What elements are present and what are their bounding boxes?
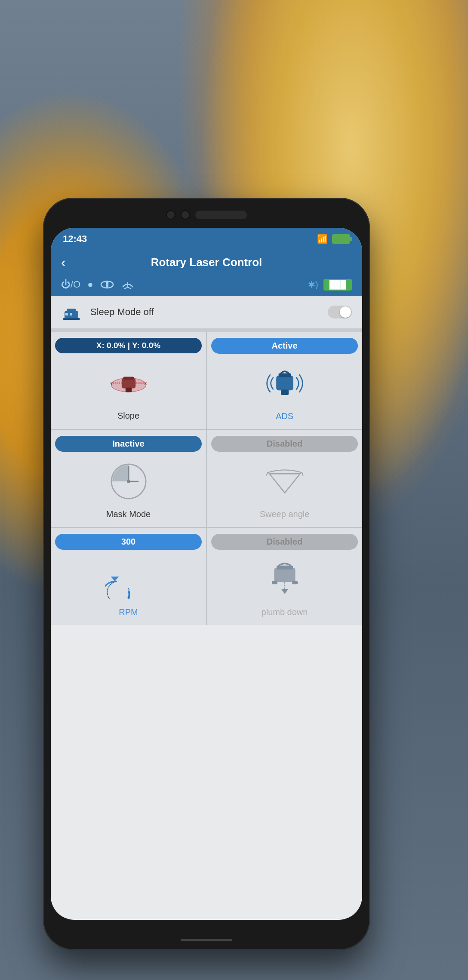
status-right-icons: 📶 <box>317 234 350 244</box>
mask-mode-badge: Inactive <box>55 436 202 452</box>
phone-screen: 12:43 📶 ‹ Rotary Laser Control ⏻/O ● <box>51 228 362 920</box>
plumb-badge: Disabled <box>211 534 358 550</box>
plumb-down-label: plumb down <box>262 607 308 617</box>
rpm-cell[interactable]: 300 RPM <box>51 528 206 625</box>
slope-label: Slope <box>117 411 139 421</box>
rpm-icon <box>105 556 152 603</box>
svg-rect-11 <box>123 377 134 380</box>
svg-marker-29 <box>281 589 288 594</box>
plumb-down-cell[interactable]: Disabled <box>207 528 362 625</box>
dot-icon[interactable]: ● <box>87 279 93 290</box>
sleep-mode-label: Sleep Mode off <box>90 306 319 318</box>
bluetooth-icon: ✱) <box>308 279 318 290</box>
toggle-knob <box>340 306 351 318</box>
slope-icon: Y X <box>105 359 152 407</box>
toolbar-right: ✱) ███ <box>308 279 352 291</box>
status-bar: 12:43 📶 <box>51 228 362 250</box>
svg-rect-6 <box>63 318 80 320</box>
sweep-angle-label: Sweep angle <box>260 509 310 519</box>
battery-green-indicator: ███ <box>323 279 352 291</box>
mask-mode-cell[interactable]: Inactive Mask Mode <box>51 430 206 527</box>
rpm-label: RPM <box>119 607 138 617</box>
sweep-badge: Disabled <box>211 436 358 452</box>
wireless-icon[interactable] <box>100 279 114 291</box>
toolbar-left: ⏻/O ● <box>61 279 135 291</box>
status-time: 12:43 <box>63 233 87 245</box>
battery-status: ███ <box>323 279 352 291</box>
home-indicator <box>181 939 232 941</box>
svg-rect-8 <box>70 313 72 315</box>
phone-speaker <box>195 211 247 219</box>
svg-marker-25 <box>111 577 118 582</box>
svg-point-2 <box>105 281 109 283</box>
back-button[interactable]: ‹ <box>61 255 66 269</box>
sleep-mode-section: Sleep Mode off <box>51 296 362 328</box>
app-header: ‹ Rotary Laser Control <box>51 250 362 275</box>
svg-rect-26 <box>274 568 295 582</box>
phone-device: 12:43 📶 ‹ Rotary Laser Control ⏻/O ● <box>43 198 370 950</box>
phone-camera-left <box>166 210 176 220</box>
toolbar: ⏻/O ● ✱) <box>51 275 362 296</box>
slope-badge: X: 0.0% | Y: 0.0% <box>55 338 202 353</box>
sleep-device-icon <box>61 303 82 321</box>
sleep-mode-toggle[interactable] <box>328 306 352 318</box>
ads-icon <box>261 360 308 407</box>
ads-label: ADS <box>276 411 293 421</box>
svg-rect-17 <box>276 376 293 390</box>
svg-rect-12 <box>125 388 131 392</box>
svg-text:Y: Y <box>110 381 113 386</box>
ads-badge: Active <box>211 338 358 354</box>
feature-grid: X: 0.0% | Y: 0.0% Y X <box>51 332 362 625</box>
page-title: Rotary Laser Control <box>151 256 262 269</box>
plumb-icon <box>261 556 308 603</box>
mask-icon <box>105 458 152 505</box>
battery-icon <box>332 234 350 244</box>
svg-rect-5 <box>67 309 76 312</box>
phone-camera-right <box>181 210 190 220</box>
svg-rect-7 <box>65 313 68 315</box>
svg-rect-31 <box>292 581 298 584</box>
mask-mode-label: Mask Mode <box>106 509 151 519</box>
svg-marker-24 <box>269 474 300 493</box>
slope-cell[interactable]: X: 0.0% | Y: 0.0% Y X <box>51 332 206 429</box>
rpm-badge: 300 <box>55 534 202 550</box>
wifi-icon: 📶 <box>317 234 328 244</box>
svg-rect-30 <box>272 581 277 584</box>
sweep-icon <box>261 458 308 505</box>
svg-text:X: X <box>144 381 147 386</box>
laser-icon[interactable] <box>121 279 135 291</box>
ads-cell[interactable]: Active <box>207 332 362 429</box>
section-divider <box>51 328 362 332</box>
svg-rect-19 <box>281 389 289 395</box>
sweep-angle-cell[interactable]: Disabled Sweep angle <box>207 430 362 527</box>
power-icon[interactable]: ⏻/O <box>61 279 80 290</box>
phone-notch <box>43 198 370 232</box>
